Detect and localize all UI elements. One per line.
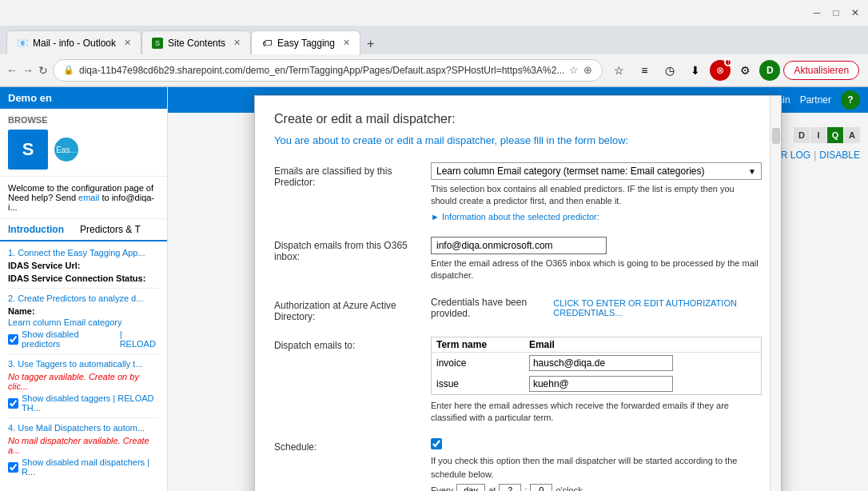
close-button[interactable]: ✕: [849, 6, 862, 19]
sidebar-main-content: 1. Connect the Easy Tagging App... IDAS …: [0, 242, 167, 483]
new-tab-button[interactable]: +: [360, 34, 380, 54]
inbox-input[interactable]: [431, 237, 607, 254]
idas-status-row: IDAS Service Connection Status:: [8, 273, 159, 283]
browser-chrome: ─ □ ✕ 📧 Mail - info - Outlook ✕ S Site C…: [0, 0, 868, 87]
favorites-button[interactable]: ☆: [607, 59, 630, 82]
history-button[interactable]: ◷: [659, 59, 681, 82]
refresh-button[interactable]: ↻: [38, 60, 48, 81]
sidebar-item-1: 1. Connect the Easy Tagging App...: [8, 248, 159, 257]
show-disabled-taggers-label: Show disabled taggers | RELOAD TH...: [22, 393, 159, 413]
tab-outlook[interactable]: 📧 Mail - info - Outlook ✕: [6, 30, 141, 54]
schedule-hour-input[interactable]: [499, 484, 521, 491]
step4-label: 4. Use Mail Dispatchers to autom...: [8, 423, 145, 433]
lock-icon: 🔒: [63, 65, 74, 75]
show-disabled-predictors-checkbox[interactable]: [8, 334, 18, 345]
show-disabled-dispatchers-label: Show disabled mail dispatchers | R...: [22, 457, 159, 477]
dispatch-email-invoice-cell: [524, 352, 761, 373]
tab-easy-tagging[interactable]: 🏷 Easy Tagging ✕: [251, 30, 360, 54]
tab-site-contents-label: Site Contents: [168, 38, 225, 49]
sidebar-welcome-section: Welcome to the configuration page ofNeed…: [0, 177, 167, 219]
sp-help-icon[interactable]: ?: [841, 90, 860, 110]
back-button[interactable]: ←: [6, 60, 18, 81]
main-content: ··· omate Admin Partner ? D I Q A PREDIC…: [168, 87, 868, 491]
diqa-d: D: [794, 127, 810, 143]
minimize-button[interactable]: ─: [810, 6, 823, 19]
scrollbar-thumb[interactable]: [772, 128, 780, 144]
forward-button[interactable]: →: [22, 60, 34, 81]
tab-easy-tagging-close[interactable]: ✕: [343, 38, 350, 48]
schedule-minute-input[interactable]: [530, 484, 552, 491]
tab-outlook-label: Mail - info - Outlook: [33, 38, 116, 49]
site-name-label: Demo en: [8, 92, 52, 104]
extension-icon[interactable]: ⊕: [583, 64, 592, 76]
address-bar[interactable]: 🔒 diqa-11b47e98cd6b29.sharepoint.com/dem…: [53, 59, 603, 82]
show-disabled-taggers-row[interactable]: Show disabled taggers | RELOAD TH...: [8, 393, 159, 413]
sidebar-logo: S: [8, 130, 48, 170]
email-link[interactable]: email: [78, 193, 99, 202]
sidebar-item-3: 3. Use Taggers to automatically t...: [8, 359, 159, 369]
dispatch-table-container: Term name Email invoice: [431, 337, 762, 395]
predictor-info-link[interactable]: ► Information about the selected predict…: [431, 212, 599, 222]
every-label: Every: [431, 485, 453, 491]
update-button[interactable]: Aktualisieren: [783, 61, 859, 80]
sidebar-item-4: 4. Use Mail Dispatchers to autom...: [8, 423, 159, 433]
show-disabled-predictors-row[interactable]: Show disabled predictors | RELOAD: [8, 329, 159, 349]
sidebar-browse-section: BROWSE S Eas...: [0, 109, 167, 177]
auth-credentials-link[interactable]: CLICK TO ENTER OR EDIT AUTHORIZATION CRE…: [553, 298, 762, 317]
page-layout: Demo en BROWSE S Eas... Welcome to the c…: [0, 87, 868, 491]
name-row: Name: Learn column Email category: [8, 306, 159, 327]
schedule-checkbox[interactable]: [431, 438, 442, 449]
inbox-hint: Enter the email adress of the O365 inbox…: [431, 257, 762, 282]
window-controls: ─ □ ✕: [810, 6, 862, 19]
dialog-scrollbar[interactable]: ▼: [770, 96, 781, 491]
inbox-row: Dispatch emails from this O365 inbox: En…: [274, 237, 762, 282]
tabs-bar: 📧 Mail - info - Outlook ✕ S Site Content…: [0, 26, 868, 54]
diqa-logo-area: D I Q A: [794, 127, 860, 143]
outlook-favicon: 📧: [17, 38, 28, 49]
auth-form-control: Credentials have been provided. CLICK TO…: [431, 297, 762, 319]
predictor-select[interactable]: Learn column Email category (termset nam…: [431, 162, 762, 180]
predictor-select-arrow: ▼: [748, 167, 756, 176]
show-disabled-dispatchers-checkbox[interactable]: [8, 462, 18, 473]
predictor-select-text: Learn column Email category (termset nam…: [436, 166, 704, 177]
dispatch-email-issue-cell: [524, 373, 761, 394]
extensions-button[interactable]: ⚙: [734, 59, 756, 82]
dispatch-email-issue[interactable]: [529, 376, 673, 392]
predictor-form-label: Emails are classified by this Predictor:: [274, 162, 418, 188]
time-colon: :: [524, 485, 527, 491]
idas-status-label: IDAS Service Connection Status:: [8, 273, 159, 283]
title-bar: ─ □ ✕: [0, 0, 868, 26]
easy-tagging-favicon: 🏷: [261, 38, 273, 49]
show-disabled-dispatchers-row[interactable]: Show disabled mail dispatchers | R...: [8, 457, 159, 477]
downloads-button[interactable]: ⬇: [684, 59, 707, 82]
browser-menu-button[interactable]: ⋮: [862, 59, 868, 82]
tab-outlook-close[interactable]: ✕: [124, 38, 131, 48]
dispatch-row: Dispatch emails to: Term name Email: [274, 337, 762, 425]
show-disabled-taggers-checkbox[interactable]: [8, 398, 18, 409]
disable-link[interactable]: DISABLE: [819, 150, 860, 161]
collections-button[interactable]: ≡: [633, 59, 655, 82]
dispatch-row-invoice: invoice: [432, 352, 761, 373]
dispatch-email-invoice[interactable]: [529, 355, 673, 371]
tab-site-contents[interactable]: S Site Contents ✕: [141, 30, 251, 54]
schedule-row: Schedule: If you check this option then …: [274, 438, 762, 491]
sidebar-tab-introduction[interactable]: Introduction: [0, 219, 72, 242]
col-term-name: Term name: [432, 337, 524, 353]
sp-partner-link[interactable]: Partner: [800, 94, 831, 106]
reload-predictors-link[interactable]: | RELOAD: [120, 329, 159, 349]
dispatch-form-control: Term name Email invoice: [431, 337, 762, 425]
tab-site-contents-close[interactable]: ✕: [233, 38, 241, 48]
dialog-inner: Create or edit a mail dispatcher: You ar…: [255, 96, 781, 491]
star-icon[interactable]: ☆: [569, 64, 579, 76]
auth-form-label: Authorization at Azure Active Directory:: [274, 297, 418, 322]
schedule-form-control: If you check this option then the mail d…: [431, 438, 762, 491]
name-label: Name:: [8, 306, 159, 316]
inbox-form-control: Enter the email adress of the O365 inbox…: [431, 237, 762, 282]
maximize-button[interactable]: □: [830, 6, 842, 19]
dispatch-hint: Enter here the email adresses which rece…: [431, 400, 762, 425]
dispatch-row-issue: issue: [432, 373, 761, 394]
schedule-unit-input[interactable]: [456, 484, 485, 491]
profile-avatar[interactable]: D: [759, 60, 780, 81]
no-dispatcher-label: No mail dispatcher available. Create a..…: [8, 436, 159, 455]
sidebar-tab-predictors[interactable]: Predictors & T: [72, 219, 149, 242]
